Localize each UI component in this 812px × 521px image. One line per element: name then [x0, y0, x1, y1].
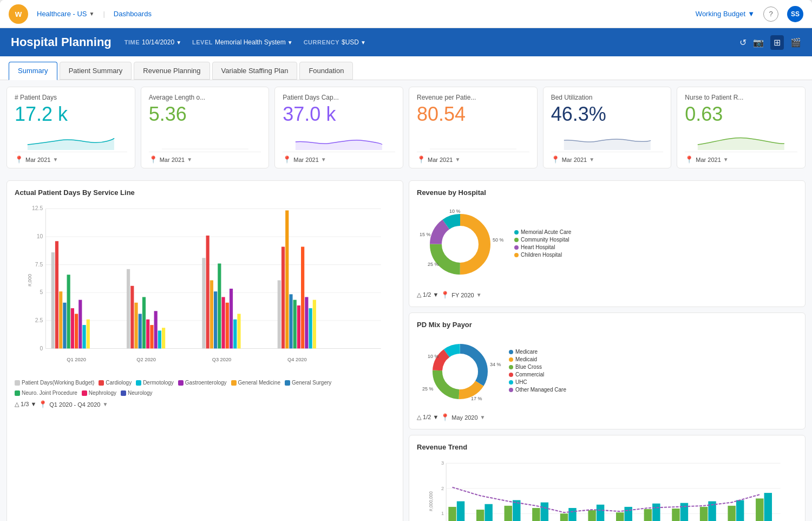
svg-rect-39 [206, 236, 209, 349]
kpi-footer[interactable]: 📍 Mar 2021 ▼ [149, 152, 261, 164]
svg-text:50 %: 50 % [493, 237, 503, 243]
svg-rect-20 [67, 275, 70, 348]
currency-label: CURRENCY [304, 39, 339, 45]
svg-text:2: 2 [441, 486, 444, 491]
svg-rect-55 [301, 247, 304, 349]
help-button[interactable]: ? [763, 6, 778, 22]
svg-text:3: 3 [441, 460, 444, 466]
svg-rect-54 [297, 305, 300, 348]
patient-days-chart: Actual Patient Days By Service Line 12.5… [6, 180, 403, 521]
tab-revenue-planning[interactable]: Revenue Planning [134, 62, 209, 80]
chevron-down-icon: ▼ [53, 157, 58, 162]
time-value[interactable]: 10/14/2020 ▼ [142, 38, 181, 46]
svg-rect-51 [285, 210, 289, 348]
revenue-by-hospital-chart: Revenue by Hospital [409, 180, 806, 307]
svg-text:#,000: #,000 [28, 274, 33, 286]
time-label: TIME [125, 39, 140, 45]
svg-rect-35 [158, 330, 161, 348]
chevron-down-icon: ▼ [321, 157, 326, 162]
nav-dashboards[interactable]: Dashboards [114, 10, 152, 18]
video-button[interactable]: 🎬 [790, 37, 801, 48]
tab-patient-summary[interactable]: Patient Summary [60, 62, 132, 80]
chart-title: Revenue by Hospital [417, 188, 797, 197]
svg-rect-28 [130, 286, 134, 349]
chevron-down-icon: ▼ [361, 40, 366, 45]
chart-footer[interactable]: △ 1/2 ▼ 📍 May 2020 ▼ [417, 409, 797, 421]
kpi-value: 5.36 [149, 105, 261, 124]
svg-rect-34 [154, 311, 158, 348]
svg-text:5: 5 [40, 289, 43, 295]
kpi-revenue-per-patient: Revenue per Patie... 80.54 📍 Mar 2021 ▼ [409, 87, 538, 168]
svg-text:2.5: 2.5 [35, 317, 43, 323]
chevron-down-icon: ▼ [480, 414, 486, 420]
grid-view-button[interactable]: ⊞ [770, 35, 784, 50]
svg-rect-93 [505, 506, 512, 521]
svg-text:25 %: 25 % [422, 386, 434, 392]
svg-rect-89 [448, 507, 456, 521]
revenue-trend-chart: Revenue Trend 3 2 1 0 #,000,000 [409, 435, 806, 521]
kpi-footer[interactable]: 📍 Mar 2021 ▼ [15, 152, 127, 164]
kpi-footer[interactable]: 📍 Mar 2021 ▼ [417, 152, 529, 164]
currency-value[interactable]: $USD ▼ [342, 38, 366, 46]
svg-rect-50 [281, 247, 285, 349]
svg-rect-105 [672, 509, 679, 521]
svg-text:34 %: 34 % [490, 362, 501, 367]
svg-rect-22 [75, 314, 78, 348]
kpi-patient-days: # Patient Days 17.2 k 📍 Mar 2021 ▼ [6, 87, 135, 168]
chevron-down-icon: ▼ [723, 157, 729, 162]
level-value[interactable]: Memorial Health System ▼ [215, 38, 293, 46]
chevron-down-icon: ▼ [102, 401, 108, 407]
svg-rect-29 [134, 303, 137, 349]
kpi-footer[interactable]: 📍 Mar 2021 ▼ [551, 152, 664, 164]
svg-text:12.5: 12.5 [32, 205, 43, 211]
svg-rect-36 [162, 328, 165, 348]
pin-icon: 📍 [551, 155, 560, 164]
svg-rect-106 [680, 503, 688, 521]
chevron-down-icon: ▼ [476, 292, 482, 298]
pin-icon: 📍 [38, 400, 47, 408]
pin-icon: 📍 [441, 413, 449, 421]
svg-text:10 %: 10 % [428, 354, 439, 359]
svg-rect-56 [305, 297, 308, 348]
chart-footer[interactable]: △ 1/2 ▼ 📍 FY 2020 ▼ [417, 286, 797, 299]
svg-rect-33 [150, 325, 153, 348]
tab-variable-staffing[interactable]: Variable Staffing Plan [212, 62, 298, 80]
donut-legend: Memorial Acute Care Community Hospital H… [514, 229, 571, 259]
kpi-value: 37.0 k [283, 105, 395, 124]
user-avatar[interactable]: SS [787, 6, 803, 22]
chevron-down-icon: ▼ [176, 40, 181, 45]
svg-text:10 %: 10 % [449, 209, 461, 214]
svg-text:#,000,000: #,000,000 [429, 491, 434, 511]
svg-text:15 %: 15 % [420, 232, 431, 237]
svg-rect-19 [63, 303, 66, 349]
working-budget-selector[interactable]: Working Budget ▼ [696, 10, 755, 18]
tab-foundation[interactable]: Foundation [299, 62, 353, 80]
svg-rect-110 [736, 500, 744, 521]
svg-text:Q2 2020: Q2 2020 [136, 357, 156, 362]
nav-healthcare[interactable]: Healthcare - US ▼ [37, 10, 94, 18]
svg-text:1: 1 [441, 511, 444, 516]
kpi-bed-utilization: Bed Utilization 46.3% 📍 Mar 2021 ▼ [543, 87, 672, 168]
chevron-down-icon: ▼ [187, 157, 192, 162]
payor-legend: Medicare Medicaid Blue Cross Commer [509, 349, 566, 394]
screenshot-button[interactable]: 📷 [753, 37, 764, 48]
svg-rect-53 [293, 300, 297, 349]
svg-rect-27 [127, 269, 130, 349]
page-indicator: △ 1/2 ▼ [417, 291, 438, 298]
page-indicator: △ 1/2 ▼ [417, 414, 438, 421]
chevron-down-icon: ▼ [748, 10, 755, 18]
kpi-footer[interactable]: 📍 Mar 2021 ▼ [685, 152, 797, 164]
svg-rect-102 [625, 507, 632, 521]
chart-footer[interactable]: △ 1/3 ▼ 📍 Q1 2020 - Q4 2020 ▼ [15, 396, 395, 408]
refresh-button[interactable]: ↺ [739, 37, 746, 48]
chevron-down-icon: ▼ [89, 11, 94, 17]
svg-point-74 [445, 356, 475, 387]
svg-rect-99 [588, 510, 595, 521]
kpi-title: Average Length o... [149, 94, 261, 101]
kpi-footer[interactable]: 📍 Mar 2021 ▼ [283, 152, 395, 164]
svg-text:25 %: 25 % [428, 262, 439, 267]
tab-summary[interactable]: Summary [9, 62, 57, 80]
svg-rect-23 [78, 300, 82, 349]
donut-svg: 50 % 25 % 15 % 10 % [417, 206, 503, 282]
svg-rect-57 [309, 308, 312, 348]
